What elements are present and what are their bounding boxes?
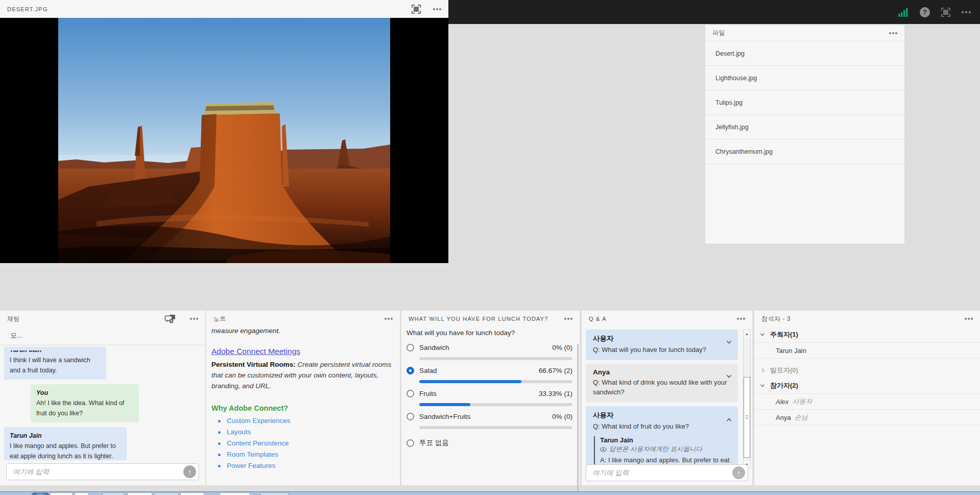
new-chat-icon[interactable] [164, 314, 177, 324]
poll-option-stat: 0% (0) [552, 413, 572, 420]
poll-option-stat: 0% (0) [552, 344, 572, 351]
file-row[interactable]: Desert.jpg [705, 41, 904, 66]
taskbar-window-button[interactable] [220, 492, 250, 495]
chat-message: Tarun Jain I think I will have a sandwic… [4, 347, 106, 380]
taskbar-window-button[interactable] [102, 492, 125, 495]
chevron-right-icon [760, 368, 764, 372]
help-icon[interactable]: ? [920, 7, 930, 17]
attendees-pod-header[interactable]: 참석자 - 3 [754, 311, 980, 327]
chat-message: Tarun Jain I like mango and apples. But … [4, 427, 127, 460]
notes-lead-bold: Persistent Virtual Rooms: [211, 361, 296, 368]
attendee-row[interactable]: Anya 손님 [754, 410, 980, 426]
attendee-group-label: 주최자(1) [770, 330, 798, 339]
chat-send-button[interactable]: ↑ [183, 465, 196, 478]
taskbar-window-button[interactable] [75, 492, 89, 495]
chat-message-list[interactable]: Tarun Jain I think I will have a sandwic… [0, 345, 205, 460]
qa-question-card[interactable]: Anya Q: What kind of drink you would lik… [586, 364, 738, 403]
start-button-sliver[interactable] [32, 492, 49, 495]
notes-bullet-item[interactable]: Content Persistence [227, 439, 392, 447]
chat-input[interactable]: 여기에 입력 ↑ [6, 463, 199, 480]
radio-button-selected[interactable] [407, 367, 414, 374]
notes-pod-title: 노트 [213, 315, 226, 323]
attendees-pod-title: 참석자 - 3 [761, 315, 791, 323]
qa-pod-menu-icon[interactable] [737, 318, 739, 320]
attendee-row[interactable]: Alex 사용자 [754, 394, 980, 410]
notes-link[interactable]: Adobe Connect Meetings [211, 347, 300, 356]
radio-button[interactable] [407, 390, 414, 397]
topbar-overflow-menu-icon[interactable] [962, 11, 964, 13]
qa-pod: Q & A 사용자 Q: What will you have for lunc… [582, 311, 752, 485]
notes-bullet-item[interactable]: Power Features [227, 462, 392, 469]
poll-option-label: Salad [419, 367, 437, 374]
attendee-row[interactable]: Tarun Jain [754, 343, 980, 359]
notes-bullet-item[interactable]: Custom Experiences [227, 417, 392, 425]
scrollbar-up-arrow-icon[interactable]: ▲ [744, 330, 750, 337]
share-fullscreen-icon[interactable] [412, 5, 421, 14]
file-name: Tulips.jpg [715, 99, 743, 106]
poll-option-stat: 33.33% (1) [539, 390, 572, 397]
chevron-down-icon[interactable] [727, 371, 731, 380]
qa-answer-author: Tarun Jain [600, 436, 732, 444]
share-pod-title: DESERT.JPG [7, 6, 48, 12]
attendee-group-presenters[interactable]: 발표자(0) [754, 362, 980, 378]
qa-question-card[interactable]: 사용자 Q: What will you have for lunch toda… [586, 329, 738, 360]
taskbar-window-button[interactable] [180, 492, 204, 495]
qa-input[interactable]: 여기에 입력 ↑ [586, 464, 748, 481]
radio-button[interactable] [407, 413, 414, 420]
poll-option-sandwich: Sandwich 0% (0) [407, 344, 572, 360]
chat-message: You Ah! I like the idea. What kind of fr… [31, 384, 139, 422]
poll-result-bar [419, 357, 572, 360]
attendees-pod-menu-icon[interactable] [965, 318, 967, 320]
share-pod-header[interactable]: DESERT.JPG [0, 0, 448, 18]
poll-option-label: Fruits [419, 390, 437, 397]
qa-scrollbar[interactable]: ▲ ▼ [743, 329, 751, 468]
file-row[interactable]: Lighthouse.jpg [705, 66, 904, 90]
file-row[interactable]: Chrysanthemum.jpg [705, 139, 904, 164]
chat-input-placeholder: 여기에 입력 [13, 467, 183, 477]
radio-button[interactable] [407, 439, 414, 447]
notes-intro-text: measure engagement. [211, 327, 392, 335]
qa-pod-header[interactable]: Q & A [582, 311, 752, 327]
poll-pod-header[interactable]: WHAT WILL YOU HAVE FOR LUNCH TODAY? [401, 311, 580, 327]
taskbar-window-button[interactable] [260, 492, 289, 495]
notes-pod-menu-icon[interactable] [385, 318, 387, 320]
chevron-up-icon[interactable] [727, 415, 731, 425]
scrollbar-thumb[interactable] [744, 377, 750, 458]
notes-pod-header[interactable]: 노트 [206, 311, 400, 327]
fullscreen-icon[interactable] [941, 8, 950, 17]
attendees-pod: 참석자 - 3 주최자(1) Tarun Jain 발표자(0) 참가자(2) … [754, 311, 980, 485]
qa-author: 사용자 [593, 411, 732, 420]
poll-option-no-vote: 투표 없음 [407, 438, 572, 447]
poll-option-stat: 66.67% (2) [539, 367, 572, 374]
files-pod-header[interactable]: 파일 [705, 25, 904, 41]
chevron-down-icon[interactable] [727, 337, 731, 346]
connection-status-icon[interactable] [898, 8, 909, 17]
file-name: Chrysanthemum.jpg [715, 148, 773, 155]
chat-tab-everyone[interactable]: 모... [0, 327, 205, 345]
poll-pod-title: WHAT WILL YOU HAVE FOR LUNCH TODAY? [409, 316, 548, 322]
attendee-group-hosts[interactable]: 주최자(1) [754, 327, 980, 343]
share-pod-menu-icon[interactable] [433, 8, 435, 10]
qa-send-button[interactable]: ↑ [732, 466, 745, 479]
chat-pod-menu-icon[interactable] [190, 318, 192, 320]
windows-taskbar-strip[interactable] [0, 491, 980, 495]
notes-bullet-item[interactable]: Room Templates [227, 451, 392, 458]
attendee-role: 손님 [795, 413, 808, 422]
taskbar-window-button[interactable] [127, 492, 152, 495]
file-row[interactable]: Tulips.jpg [705, 90, 904, 115]
notes-content[interactable]: measure engagement. Adobe Connect Meetin… [206, 327, 400, 469]
notes-bullet-item[interactable]: Layouts [227, 428, 392, 436]
poll-result-bar [419, 380, 572, 383]
attendee-group-participants[interactable]: 참가자(2) [754, 378, 980, 394]
qa-question-text: Q: What kind of fruit do you like? [593, 421, 732, 432]
files-pod-menu-icon[interactable] [889, 32, 891, 34]
poll-scrollbar[interactable] [577, 344, 579, 495]
taskbar-window-button[interactable] [154, 492, 179, 495]
taskbar-window-button[interactable] [50, 492, 73, 495]
poll-pod-menu-icon[interactable] [564, 318, 566, 320]
chat-pod-header[interactable]: 채팅 [0, 311, 205, 327]
radio-button[interactable] [407, 344, 414, 351]
chat-pod: 채팅 모... Tarun Jain I think I will have a… [0, 311, 205, 485]
file-name: Lighthouse.jpg [715, 75, 757, 82]
file-row[interactable]: Jellyfish.jpg [705, 115, 904, 139]
